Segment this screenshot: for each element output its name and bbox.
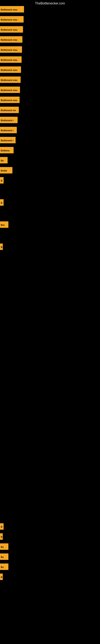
bar-label-11: Bottleneck r xyxy=(0,117,18,123)
bar-item-6: Bottleneck resu xyxy=(0,66,21,73)
bar-label-40: Bo xyxy=(0,554,8,560)
bar-label-23: B xyxy=(0,244,3,250)
bar-label-19: B xyxy=(0,199,3,206)
bar-label-12: Bottleneck r xyxy=(0,127,17,133)
bar-item-0: Bottleneck resu xyxy=(0,6,24,12)
bar-label-16: Bottle xyxy=(0,167,12,174)
bar-label-8: Bottleneck resu xyxy=(0,86,20,93)
bar-item-10: Bottleneck res xyxy=(0,107,19,113)
bar-item-1: Bottleneck resu xyxy=(0,16,24,22)
bar-item-21: Bot xyxy=(0,222,8,228)
bar-item-37: B xyxy=(0,523,3,530)
bar-label-13: Bottleneck r xyxy=(0,137,16,143)
bar-label-0: Bottleneck resu xyxy=(0,6,24,12)
bar-item-19: B xyxy=(0,199,3,206)
bar-label-38: B xyxy=(0,533,3,540)
bar-item-15: Bo xyxy=(0,157,8,164)
bar-item-39: Bo xyxy=(0,544,8,550)
bar-label-2: Bottleneck resu xyxy=(0,26,23,32)
bar-item-2: Bottleneck resu xyxy=(0,26,23,32)
site-title: TheBottlenecker.com xyxy=(0,0,100,7)
bar-label-37: B xyxy=(0,523,3,530)
bar-item-3: Bottleneck resu xyxy=(0,36,22,43)
bar-item-4: Bottleneck resu xyxy=(0,46,22,53)
bar-label-15: Bo xyxy=(0,157,8,164)
bar-item-17: B xyxy=(0,177,3,184)
bar-label-10: Bottleneck res xyxy=(0,107,19,113)
bar-label-17: B xyxy=(0,177,3,184)
bar-item-40: Bo xyxy=(0,554,8,560)
bar-item-23: B xyxy=(0,244,3,250)
bar-item-14: Bottlene xyxy=(0,147,14,153)
bar-label-21: Bot xyxy=(0,222,8,228)
bar-item-7: Bottleneck resu xyxy=(0,76,21,83)
bar-item-38: B xyxy=(0,533,3,540)
bar-label-4: Bottleneck resu xyxy=(0,46,22,53)
bar-item-13: Bottleneck r xyxy=(0,137,16,143)
bar-label-5: Bottleneck resu xyxy=(0,56,22,63)
bar-label-9: Bottleneck resu xyxy=(0,96,20,103)
bar-item-41: Bo xyxy=(0,564,8,570)
bar-label-42: B xyxy=(0,574,3,580)
bar-item-8: Bottleneck resu xyxy=(0,86,20,93)
bar-item-5: Bottleneck resu xyxy=(0,56,22,63)
bar-label-6: Bottleneck resu xyxy=(0,66,21,73)
bar-label-39: Bo xyxy=(0,544,8,550)
bar-label-14: Bottlene xyxy=(0,147,14,153)
bar-label-7: Bottleneck resu xyxy=(0,76,21,83)
bar-item-9: Bottleneck resu xyxy=(0,96,20,103)
bar-item-11: Bottleneck r xyxy=(0,117,18,123)
bar-item-12: Bottleneck r xyxy=(0,127,17,133)
bar-label-1: Bottleneck resu xyxy=(0,16,24,22)
bar-label-3: Bottleneck resu xyxy=(0,36,22,43)
bar-label-41: Bo xyxy=(0,564,8,570)
bar-item-42: B xyxy=(0,574,3,580)
bar-item-16: Bottle xyxy=(0,167,12,174)
